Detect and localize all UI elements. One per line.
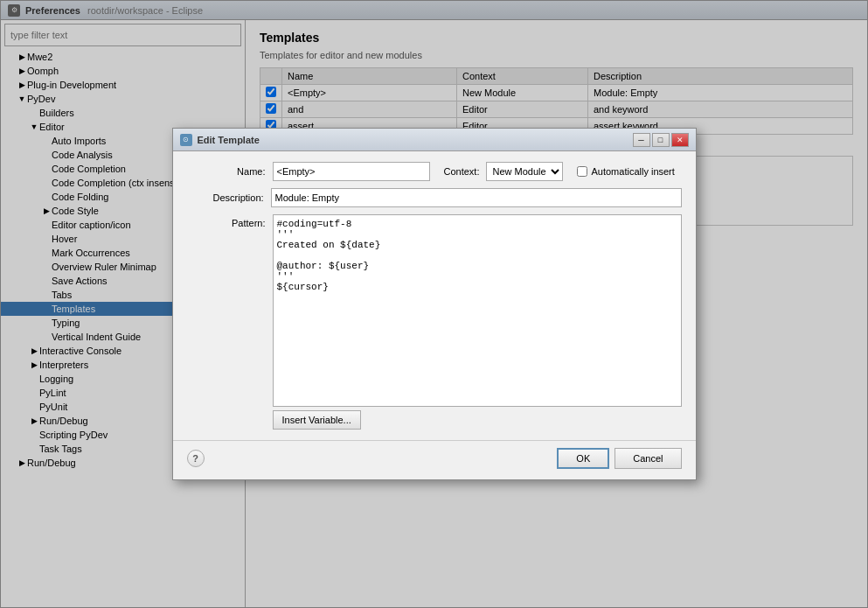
dialog-maximize-btn[interactable]: □ — [652, 133, 670, 147]
edit-template-dialog: ⊙ Edit Template ─ □ ✕ Name: Context: New — [172, 128, 697, 480]
modal-overlay: ⊙ Edit Template ─ □ ✕ Name: Context: New — [0, 0, 868, 608]
context-label: Context: — [444, 166, 480, 177]
auto-insert-label: Automatically insert — [577, 166, 674, 177]
description-label: Description: — [187, 192, 264, 203]
context-select[interactable]: New ModuleEditor — [486, 162, 563, 181]
dialog-titlebar: ⊙ Edit Template ─ □ ✕ — [173, 129, 696, 151]
dialog-minimize-btn[interactable]: ─ — [633, 133, 650, 147]
dialog-icon: ⊙ — [180, 134, 192, 146]
pattern-container: Insert Variable... — [273, 214, 682, 430]
dialog-footer: ? OK Cancel — [173, 440, 696, 479]
pattern-row: Pattern: Insert Variable... — [187, 214, 682, 430]
name-context-row: Name: Context: New ModuleEditor Automati… — [187, 162, 682, 181]
help-btn[interactable]: ? — [187, 450, 205, 467]
dialog-title: Edit Template — [198, 135, 260, 145]
dialog-titlebar-controls: ─ □ ✕ — [633, 133, 689, 147]
name-label: Name: — [187, 166, 266, 177]
dialog-body: Name: Context: New ModuleEditor Automati… — [173, 151, 696, 440]
dialog-close-btn[interactable]: ✕ — [671, 133, 689, 147]
insert-variable-btn[interactable]: Insert Variable... — [273, 410, 361, 430]
footer-buttons: OK Cancel — [557, 448, 681, 469]
auto-insert-checkbox[interactable] — [577, 166, 587, 177]
name-input[interactable] — [273, 162, 430, 181]
main-window: ⚙ Preferences rootdir/workspace - Eclips… — [0, 0, 868, 608]
cancel-button[interactable]: Cancel — [615, 448, 681, 469]
pattern-label: Pattern: — [187, 214, 266, 228]
description-input[interactable] — [271, 188, 682, 207]
ok-button[interactable]: OK — [557, 448, 609, 469]
dialog-titlebar-left: ⊙ Edit Template — [180, 134, 260, 146]
pattern-textarea[interactable] — [273, 214, 682, 407]
description-row: Description: — [187, 188, 682, 207]
